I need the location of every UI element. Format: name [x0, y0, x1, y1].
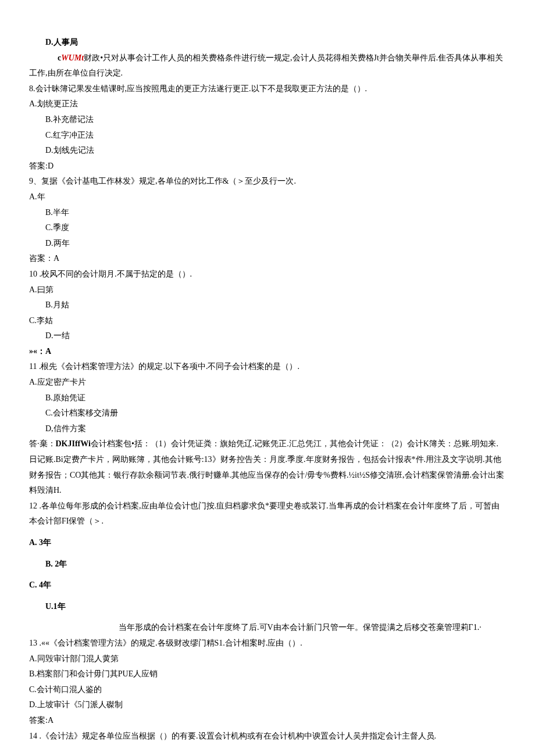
q10-stem: 10 .校风不同的会计期月.不属于拈定的是（）.: [29, 267, 506, 282]
q12-answer: 当年形成的会计档案在会计年度终了后.可V由本会计新门只管一年。保管提满之后移交苍…: [29, 620, 506, 636]
q10-option-a: A.曰第: [29, 282, 506, 298]
q10-answer: »«：A: [29, 344, 506, 360]
q10-option-b: B.月姑: [29, 298, 506, 313]
q11-ans-red: DKJIffWi: [56, 439, 91, 448]
q8-option-d: D.划线先记法: [29, 143, 506, 159]
q7-option-d: D.人事局: [29, 35, 506, 51]
q14-stem: 14 .《会计法》规定各单位应当根据（）的有要.设置会计机构或有在会计机构中谀置…: [29, 729, 506, 744]
q9-option-a: A.年: [29, 189, 506, 205]
q7-answer: cWUMt财政•只对从事会计工作人员的相关费格条件进行统一规定,会计人员花得相关…: [29, 51, 506, 81]
q7-ans-red: WUMt: [61, 53, 84, 62]
q11-option-d: D,信件方案: [29, 421, 506, 437]
q10-option-c: C.李姑: [29, 313, 506, 329]
q9-option-d: D.两年: [29, 236, 506, 252]
q13-stem: 13 .««《会计档案管理方法》的规定.各级财改缪门精S1.合计相案时.应由（）…: [29, 636, 506, 651]
q8-option-b: B.补充罄记法: [29, 112, 506, 128]
q9-option-b: B.半年: [29, 205, 506, 221]
q12-option-a: A. 3年: [29, 535, 506, 551]
q8-option-c: C.红字冲正法: [29, 128, 506, 144]
q11-ans-p2: 会计档案包•括：（1）会计凭证粪：旗始凭辽.记账凭正.汇总凭江，其他会计凭证：（…: [29, 439, 504, 495]
q12-option-d: U.1年: [29, 599, 506, 615]
q11-option-c: C.会计档案移交清册: [29, 406, 506, 421]
q11-option-b: B.原始凭证: [29, 390, 506, 406]
q13-option-d: D.上坡审计《5门派人磔制: [29, 697, 506, 713]
q11-answer: 答·棄：DKJIffWi会计档案包•括：（1）会计凭证粪：旗始凭辽.记账凭正.汇…: [29, 436, 506, 498]
q12-option-b: B. 2年: [29, 557, 506, 572]
q11-ans-p1: 答·棄：: [29, 439, 56, 448]
q12-stem: 12 .各单位每年形成的会计档案,应由单位会计也门按.疽归档廖求负*要理史卷或装…: [29, 499, 506, 529]
q8-stem: 8.会计昧簿记果发生错课时,应当按照甩走的更正方法遂行更正.以下不是我取更正方法…: [29, 81, 506, 97]
q10-option-d: D.一结: [29, 328, 506, 344]
q11-option-a: A.应定密产卡片: [29, 375, 506, 390]
q13-option-a: A.同毁审计部门混人黄第: [29, 651, 506, 667]
q13-option-b: B.档案部门和会计毋门其PUE人应销: [29, 667, 506, 682]
q13-option-c: C.会计荀口混人鉴的: [29, 682, 506, 698]
q8-answer: 答案:D: [29, 159, 506, 174]
q9-stem: 9、复据《会计基电工作林发》规定,各单位的对比工作&（＞至少及行一次.: [29, 174, 506, 189]
q13-answer: 答案:A: [29, 713, 506, 729]
q12-option-c: C. 4年: [29, 578, 506, 593]
q9-answer: 咨案：A: [29, 251, 506, 267]
q8-option-a: A.划统更正法: [29, 96, 506, 112]
q11-stem: 11 .根先《会计档案管理方法》的规定.以下各项中.不同子会计档案的是（）.: [29, 359, 506, 375]
q7-ans-tail: 财政•只对从事会计工作人员的相关费格条件进行统一规定,会计人员花得相关费格Jt并…: [29, 53, 503, 78]
q9-option-c: C.季度: [29, 220, 506, 236]
